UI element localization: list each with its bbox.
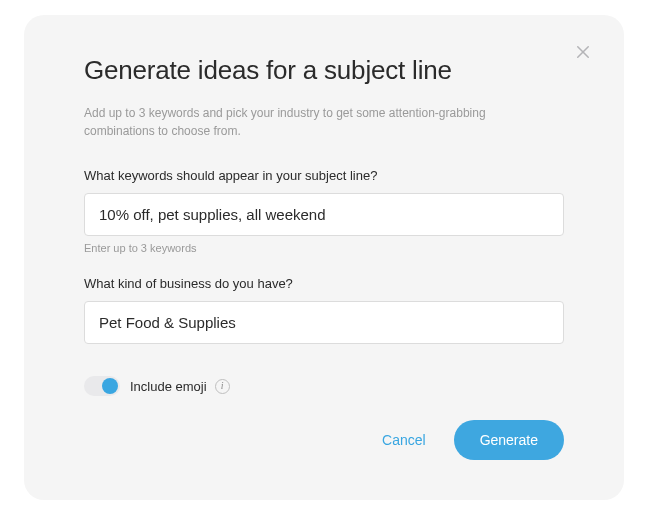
close-button[interactable] [574,43,592,65]
keywords-field-group: What keywords should appear in your subj… [84,168,564,254]
toggle-knob [102,378,118,394]
keywords-input[interactable] [84,193,564,236]
include-emoji-label: Include emoji [130,379,207,394]
info-icon[interactable]: i [215,379,230,394]
modal-actions: Cancel Generate [84,420,564,460]
business-label: What kind of business do you have? [84,276,564,291]
emoji-toggle-row: Include emoji i [84,376,564,396]
generate-subject-line-modal: Generate ideas for a subject line Add up… [24,15,624,500]
keywords-helper-text: Enter up to 3 keywords [84,242,564,254]
keywords-label: What keywords should appear in your subj… [84,168,564,183]
close-icon [574,43,592,65]
generate-button[interactable]: Generate [454,420,564,460]
business-input[interactable] [84,301,564,344]
cancel-button[interactable]: Cancel [380,428,428,452]
include-emoji-toggle[interactable] [84,376,120,396]
business-field-group: What kind of business do you have? [84,276,564,344]
modal-subtitle: Add up to 3 keywords and pick your indus… [84,104,504,140]
modal-title: Generate ideas for a subject line [84,55,564,86]
